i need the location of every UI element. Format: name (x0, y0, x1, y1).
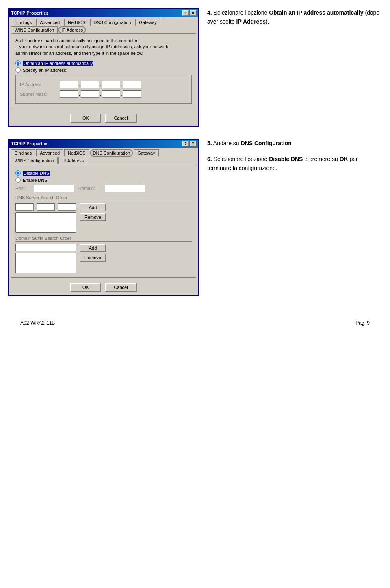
dialog-text-1: An IP address can be automatically assig… (15, 38, 192, 56)
instruction-2: 5. Andare su DNS Configuration 6. Selezi… (207, 139, 382, 172)
ip-box-3[interactable] (102, 81, 120, 88)
radio-group-1: Obtain an IP address automatically Speci… (15, 60, 192, 73)
close-button-2[interactable]: ✕ (190, 141, 196, 146)
tab-advanced-1[interactable]: Advanced (36, 19, 63, 26)
instruction-bold-1: Obtain an IP address automatically (269, 9, 363, 16)
instruction-text-1: Selezionare l'opzione (214, 9, 269, 16)
dns-server-title: DNS Server Search Order (15, 195, 67, 200)
page-footer: A02-WRA2-11B Pag. 9 (8, 316, 382, 330)
close-button-1[interactable]: ✕ (190, 10, 196, 16)
tab-netbios-1[interactable]: NetBIOS (64, 19, 89, 26)
step5-text: Andare su (213, 140, 241, 146)
ok-button-2[interactable]: OK (70, 283, 101, 292)
radio-enable-input[interactable] (15, 177, 21, 183)
radio-auto-input[interactable] (15, 60, 21, 66)
titlebar-buttons-1: ? ✕ (182, 10, 196, 16)
step5-bold: DNS Configuration (241, 140, 292, 146)
dialog-tabs-1: Bindings Advanced NetBIOS DNS Configurat… (9, 17, 198, 33)
subnet-label-1: Subnet Mask: (20, 92, 56, 97)
host-input[interactable] (34, 185, 74, 192)
dialog-titlebar-2: TCP/IP Properties ? ✕ (9, 140, 198, 148)
dialog-tabs-2: Bindings Advanced NetBIOS DNS Configurat… (9, 148, 198, 164)
radio-disable-input[interactable] (15, 170, 21, 176)
step-5-number: 5. (207, 140, 212, 146)
ok-button-1[interactable]: OK (70, 114, 101, 123)
tcpip-dialog-1: TCP/IP Properties ? ✕ Bindings Advanced … (8, 8, 199, 127)
footer-left: A02-WRA2-11B (20, 320, 55, 326)
tab-wins-1[interactable]: WINS Configuration (11, 26, 58, 33)
domain-suffix-buttons: Add Remove (80, 244, 106, 262)
radio-enable-label: Enable DNS (23, 178, 48, 183)
step6-bold2: OK (340, 156, 348, 162)
domain-add-button[interactable]: Add (80, 244, 106, 252)
domain-input[interactable] (105, 185, 145, 192)
help-button-2[interactable]: ? (182, 141, 189, 146)
tab-ipaddress-1[interactable]: IP Address (58, 26, 86, 34)
instruction-1: 4. Selezionare l'opzione Obtain an IP ad… (207, 8, 382, 26)
radio-auto-option[interactable]: Obtain an IP address automatically (15, 60, 192, 66)
step-4-number: 4. (207, 9, 212, 16)
tab-bindings-2[interactable]: Bindings (11, 149, 35, 156)
domain-label: Domain: (78, 186, 101, 191)
dns-ip-3[interactable] (58, 203, 76, 211)
dns-server-section: DNS Server Search Order . . (15, 195, 192, 233)
domain-suffix-line (15, 241, 192, 242)
tab-netbios-2[interactable]: NetBIOS (64, 149, 89, 156)
step6-cont: e premere su (303, 156, 339, 162)
radio-disable-option[interactable]: Disable DNS (15, 170, 192, 176)
dialog-content-2: Disable DNS Enable DNS Host: Domain: DNS… (11, 164, 196, 278)
dns-ip-2[interactable] (37, 203, 55, 211)
ip-field-row: IP Address: . . . (20, 81, 187, 88)
tcpip-dialog-2: TCP/IP Properties ? ✕ Bindings Advanced … (8, 139, 199, 296)
dialog-buttons-2: OK Cancel (9, 280, 198, 295)
subnet-box-2[interactable] (81, 90, 99, 98)
tab-dns-2[interactable]: DNS Configuration (90, 149, 133, 157)
radio-enable-option[interactable]: Enable DNS (15, 177, 192, 183)
specify-section-1: IP Address: . . . Subnet Mask: (15, 75, 192, 104)
host-label: Host: (15, 186, 30, 191)
ip-box-1[interactable] (60, 81, 78, 88)
dns-radio-group: Disable DNS Enable DNS (15, 170, 192, 183)
dns-ip-input: . . (15, 203, 76, 211)
ip-label-1: IP Address: (20, 82, 56, 87)
tab-dns-1[interactable]: DNS Configuration (90, 19, 135, 26)
instruction-end-1: ). (266, 18, 269, 25)
dns-listbox[interactable] (15, 212, 76, 233)
dialog-buttons-1: OK Cancel (9, 110, 198, 126)
subnet-box-1[interactable] (60, 90, 78, 98)
footer-right: Pag. 9 (355, 320, 370, 326)
domain-suffix-listbox[interactable] (15, 253, 76, 273)
dns-add-button[interactable]: Add (80, 203, 106, 211)
dns-remove-button[interactable]: Remove (80, 213, 106, 221)
radio-specify-label: Specify an IP address: (23, 68, 67, 73)
cancel-button-1[interactable]: Cancel (105, 114, 136, 123)
help-button-1[interactable]: ? (182, 10, 189, 16)
tab-ipaddress-2[interactable]: IP Address (58, 157, 87, 164)
tab-bindings-1[interactable]: Bindings (11, 19, 35, 26)
radio-disable-label: Disable DNS (23, 171, 50, 176)
radio-specify-option[interactable]: Specify an IP address: (15, 67, 192, 73)
domain-suffix-section: Domain Suffix Search Order Add Remove (15, 236, 192, 273)
tab-gateway-1[interactable]: Gateway (135, 19, 160, 26)
ip-box-2[interactable] (81, 81, 99, 88)
dns-list-area: . . (15, 203, 76, 233)
radio-specify-input[interactable] (15, 67, 21, 73)
ip-input-group-1: . . . (60, 81, 141, 88)
cancel-button-2[interactable]: Cancel (105, 283, 136, 292)
tab-wins-2[interactable]: WINS Configuration (11, 157, 58, 164)
dialog-titlebar-1: TCP/IP Properties ? ✕ (9, 9, 198, 17)
tab-gateway-2[interactable]: Gateway (134, 149, 158, 156)
subnet-field-row: Subnet Mask: . . . (20, 90, 187, 98)
dns-server-line (15, 201, 192, 201)
domain-suffix-list-area (15, 244, 76, 273)
domain-remove-button[interactable]: Remove (80, 254, 106, 262)
subnet-box-3[interactable] (102, 90, 120, 98)
radio-auto-label: Obtain an IP address automatically (23, 61, 93, 66)
dns-ip-1[interactable] (15, 203, 34, 211)
subnet-box-4[interactable] (123, 90, 141, 98)
ip-box-4[interactable] (123, 81, 141, 88)
host-domain-row: Host: Domain: (15, 185, 192, 192)
tab-advanced-2[interactable]: Advanced (36, 149, 63, 156)
domain-suffix-row: Add Remove (15, 244, 192, 273)
domain-suffix-input[interactable] (15, 244, 76, 251)
